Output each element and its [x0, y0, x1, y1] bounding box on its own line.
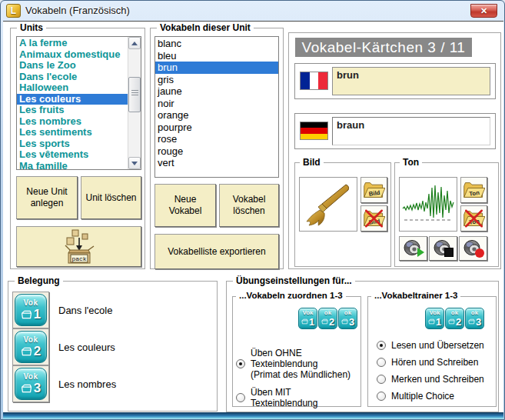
delete-unit-button[interactable]: Unit löschen: [81, 176, 141, 219]
radio-option[interactable]: Üben OHNE Texteinblendung(Primat des Mün…: [236, 348, 357, 380]
radio-option[interactable]: Lesen und Übersetzen: [377, 340, 492, 351]
vok-box-icon: Vok2: [15, 331, 47, 363]
new-unit-button[interactable]: Neue Unit anlegen: [16, 176, 78, 219]
list-item[interactable]: Les sports: [17, 138, 128, 150]
list-item[interactable]: orange: [155, 109, 278, 122]
french-flag-icon: [300, 72, 328, 90]
vok-button-number: 2: [456, 316, 461, 328]
radio-button-icon[interactable]: [377, 392, 386, 401]
vok-slot-2-button[interactable]: Vok2: [12, 328, 49, 365]
list-item[interactable]: rose: [155, 133, 278, 145]
vok-button-number: 3: [476, 316, 481, 328]
radio-option[interactable]: Multiple Choice: [377, 391, 492, 402]
list-item[interactable]: brun: [155, 62, 278, 74]
delete-vocab-button[interactable]: Vokabel löschen: [219, 184, 279, 227]
vok-3-button[interactable]: ok3: [465, 308, 484, 329]
vok-2-button[interactable]: ok2: [445, 308, 464, 329]
units-list[interactable]: A la fermeAnimaux domestiqueDans le ZooD…: [16, 36, 141, 170]
vok-button-number: 3: [349, 316, 354, 328]
settings-group-label: Übungseinstellungen für...: [233, 275, 355, 286]
german-word-field[interactable]: braun: [332, 117, 490, 145]
list-item[interactable]: Les couleurs: [17, 94, 128, 105]
radio-option[interactable]: Üben MIT Texteinblendung: [236, 387, 357, 408]
open-box-icon: [341, 318, 348, 325]
list-item[interactable]: Les vêtements: [17, 149, 128, 161]
list-item[interactable]: bleu: [155, 50, 278, 62]
app-window: L Vokabeln (Französisch) ✕ Units A la fe…: [0, 0, 505, 420]
list-item[interactable]: rouge: [155, 145, 278, 158]
vok-2-button[interactable]: ok2: [318, 308, 337, 329]
vok-button-number: 1: [436, 316, 441, 328]
folder-x-icon: Bild: [363, 208, 385, 229]
radio-button-icon[interactable]: [377, 358, 386, 367]
play-sound-button[interactable]: [399, 236, 427, 261]
units-scrollbar[interactable]: [128, 37, 141, 169]
scrollbar-grip-icon: [131, 92, 138, 93]
french-word-field[interactable]: brun: [332, 67, 490, 95]
vok-1-button[interactable]: Vok1: [425, 308, 444, 329]
new-vocab-button[interactable]: Neue Vokabel: [154, 184, 216, 227]
radio-button-icon[interactable]: [236, 393, 245, 402]
vok-slot-3-button[interactable]: Vok3: [12, 365, 49, 402]
units-group-label: Units: [17, 22, 46, 33]
scrollbar-up-button[interactable]: [128, 37, 141, 49]
vok-button-caption: Vok: [302, 310, 313, 316]
open-box-icon: [321, 318, 328, 325]
export-vocab-button[interactable]: Vokabelliste exportieren: [154, 234, 279, 269]
scrollbar-down-button[interactable]: [128, 157, 141, 169]
image-preview: [299, 177, 357, 232]
list-item[interactable]: gris: [155, 74, 278, 86]
open-box-icon: [428, 318, 435, 325]
radio-label: Lesen und Übersetzen: [391, 340, 484, 351]
list-item[interactable]: Dans le Zoo: [17, 60, 128, 72]
radio-label: Merken und Schreiben: [391, 374, 484, 385]
list-item[interactable]: vert: [155, 157, 278, 169]
radio-button-icon[interactable]: [377, 341, 386, 350]
load-sound-button[interactable]: Ton: [460, 177, 487, 203]
svg-text:pack: pack: [71, 255, 86, 262]
list-item[interactable]: Les nombres: [17, 116, 128, 128]
zuordnen-vok-buttons: Vok1ok2ok3: [298, 308, 357, 329]
vok-3-button[interactable]: ok3: [338, 308, 357, 329]
list-item[interactable]: Les fruits: [17, 105, 128, 116]
pack-button[interactable]: pack: [16, 226, 141, 267]
vok-button-caption: Vok: [23, 298, 38, 307]
load-image-button[interactable]: Bild: [360, 177, 387, 203]
list-item[interactable]: Dans l'ecole: [17, 72, 128, 83]
radio-button-icon[interactable]: [377, 375, 386, 384]
svg-text:Ton: Ton: [469, 189, 480, 198]
list-item[interactable]: noir: [155, 98, 278, 110]
belegung-slot: Vok1Dans l'ecole: [12, 292, 204, 328]
belegung-slots: Vok1Dans l'ecoleVok2Les couleursVok3Les …: [12, 292, 204, 402]
record-sound-button[interactable]: [459, 236, 487, 261]
open-box-icon: [448, 318, 455, 325]
delete-image-button[interactable]: Bild: [360, 205, 387, 232]
radio-option[interactable]: Hören und Schreiben: [377, 357, 492, 368]
vok-1-button[interactable]: Vok1: [298, 308, 317, 329]
trainer-options: Lesen und ÜbersetzenHören und SchreibenM…: [377, 340, 492, 408]
paintbrush-image: [301, 180, 355, 229]
stop-sound-button[interactable]: [429, 236, 457, 261]
vok-slot-1-button[interactable]: Vok1: [12, 292, 49, 328]
vok-box-icon: Vok1: [15, 294, 47, 326]
list-item[interactable]: Animaux domestique: [17, 49, 128, 61]
list-item[interactable]: Halloween: [17, 82, 128, 94]
radio-option[interactable]: Merken und Schreiben: [377, 374, 492, 385]
vok-button-number: 2: [329, 316, 334, 328]
list-item[interactable]: A la ferme: [17, 38, 128, 49]
radio-button-icon[interactable]: [236, 359, 245, 368]
list-item[interactable]: pourpre: [155, 122, 278, 134]
list-item[interactable]: blanc: [155, 38, 278, 50]
delete-sound-button[interactable]: Ton: [460, 205, 487, 232]
close-button[interactable]: ✕: [470, 4, 497, 18]
scrollbar-thumb[interactable]: [128, 77, 141, 112]
vocab-list[interactable]: blancbleubrungrisjaunenoirorangepourprer…: [154, 36, 279, 178]
list-item[interactable]: Les sentiments: [17, 127, 128, 138]
list-item[interactable]: jaune: [155, 85, 278, 98]
vok-button-number: 1: [309, 316, 314, 328]
card-counter-header: Vokabel-Kärtchen 3 / 11: [295, 38, 472, 57]
ton-group-label: Ton: [400, 157, 422, 168]
open-box-icon: [301, 318, 308, 325]
list-item[interactable]: Ma famille: [17, 161, 128, 170]
title-bar[interactable]: L Vokabeln (Französisch) ✕: [1, 1, 504, 21]
